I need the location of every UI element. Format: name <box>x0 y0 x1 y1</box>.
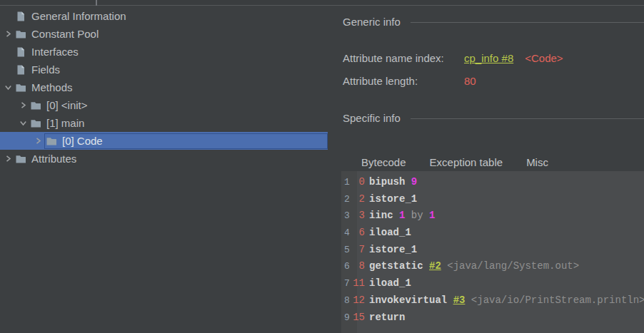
opcode: bipush <box>369 176 405 188</box>
chevron-spacer <box>2 7 14 25</box>
instruction: iinc 1 by 1 <box>369 208 435 225</box>
specific-info-header: Specific info <box>343 112 644 124</box>
tree-item-interfaces[interactable]: Interfaces <box>0 43 328 61</box>
line-number: 6 <box>344 258 352 275</box>
tree-item-1-main[interactable]: [1] main <box>0 114 328 132</box>
tree-item-cell: Interfaces <box>14 43 328 60</box>
tab-misc[interactable]: Misc <box>515 152 559 173</box>
bytecode-line: 812invokevirtual #3 <java/io/PrintStream… <box>341 292 644 309</box>
instruction: iload_1 <box>369 275 411 292</box>
folder-icon <box>30 100 41 111</box>
tree-item-label: Methods <box>31 79 73 96</box>
constant-pool-link[interactable]: #2 <box>429 260 441 272</box>
tree-item-label: [0] Code <box>62 133 103 149</box>
attribute-label: Attribute length: <box>343 75 464 87</box>
instruction: getstatic #2 <java/lang/System.out> <box>369 258 579 275</box>
chevron-expanded-icon[interactable] <box>2 78 14 96</box>
bytecode-offset: 6 <box>352 225 365 242</box>
attribute-value: 80 <box>464 75 476 87</box>
horizontal-rule <box>411 118 644 119</box>
specific-info-title: Specific info <box>343 112 401 124</box>
line-number: 3 <box>344 208 352 225</box>
chevron-expanded-icon[interactable] <box>17 114 29 132</box>
chevron-collapsed-icon[interactable] <box>2 150 14 168</box>
opcode: getstatic <box>369 260 423 272</box>
tree-item-cell: Fields <box>14 61 328 78</box>
tree-item-constant-pool[interactable]: Constant Pool <box>0 25 328 43</box>
horizontal-rule <box>411 22 644 23</box>
generic-info-header: Generic info <box>343 16 644 28</box>
folder-icon <box>46 135 57 147</box>
opcode: invokevirtual <box>369 294 447 306</box>
tree-item-cell: [0] Code <box>44 133 328 149</box>
instruction: return <box>369 309 405 327</box>
instruction: istore_1 <box>369 191 417 208</box>
folder-icon <box>15 82 26 93</box>
bytecode-line: 915return <box>341 309 644 327</box>
chevron-spacer <box>2 43 14 61</box>
tree-item-cell: Attributes <box>14 150 328 167</box>
generic-info-rows: Attribute name index:cp_info #8<Code>Att… <box>343 51 643 97</box>
line-number: 8 <box>344 292 352 309</box>
chevron-collapsed-icon[interactable] <box>2 25 14 43</box>
class-structure-tree[interactable]: General InformationConstant PoolInterfac… <box>0 7 328 168</box>
bytecode-line: 10bipush 9 <box>341 174 644 191</box>
chevron-collapsed-icon[interactable] <box>32 132 44 150</box>
line-number: 9 <box>344 309 352 327</box>
tree-item-fields[interactable]: Fields <box>0 61 328 78</box>
tree-item-0-init[interactable]: [0] <init> <box>0 96 328 114</box>
tree-item-cell: Constant Pool <box>14 26 328 42</box>
tree-item-cell: Methods <box>14 79 328 96</box>
specific-info-tabs: BytecodeException tableMisc <box>343 152 561 173</box>
bytecode-panel: 10bipush 922istore_133iinc 1 by 146iload… <box>341 171 644 333</box>
bytecode-offset: 2 <box>352 191 365 208</box>
document-icon <box>15 64 26 76</box>
bytecode-offset: 0 <box>352 174 365 191</box>
tree-item-cell: General Information <box>14 8 328 24</box>
keyword: by <box>411 210 423 221</box>
tree-item-label: [1] main <box>46 115 84 131</box>
tree-item-cell: [0] <init> <box>29 97 328 113</box>
immediate-value: 9 <box>411 176 417 188</box>
instruction: bipush 9 <box>369 174 417 191</box>
tree-item-0-code[interactable]: [0] Code <box>0 132 328 150</box>
opcode: return <box>369 312 405 323</box>
constant-pool-link[interactable]: #3 <box>453 294 466 306</box>
bytecode-offset: 8 <box>352 258 365 275</box>
instruction: iload_1 <box>369 225 411 242</box>
opcode: iinc <box>369 210 393 221</box>
chevron-spacer <box>2 61 14 78</box>
bytecode-line: 33iinc 1 by 1 <box>341 208 644 225</box>
tree-item-general-information[interactable]: General Information <box>0 7 328 25</box>
line-number: 7 <box>344 275 352 292</box>
line-number: 4 <box>344 225 352 242</box>
constant-comment: <java/io/PrintStream.println> <box>471 294 644 306</box>
generic-info-row: Attribute name index:cp_info #8<Code> <box>343 51 643 65</box>
line-number: 2 <box>344 191 352 208</box>
chevron-collapsed-icon[interactable] <box>17 96 29 114</box>
tree-item-label: [0] <init> <box>46 97 88 113</box>
bytecode-line: 22istore_1 <box>341 191 644 208</box>
opcode: istore_1 <box>369 244 417 255</box>
bytecode-offset: 12 <box>352 292 365 309</box>
tree-item-label: Fields <box>31 61 60 78</box>
bytecode-line: 46iload_1 <box>341 225 644 242</box>
tree-item-attributes[interactable]: Attributes <box>0 150 328 168</box>
tree-item-label: Constant Pool <box>31 26 99 42</box>
tree-item-methods[interactable]: Methods <box>0 78 328 96</box>
instruction: invokevirtual #3 <java/io/PrintStream.pr… <box>369 292 644 309</box>
tab-bytecode[interactable]: Bytecode <box>351 152 417 173</box>
bytecode-line: 57istore_1 <box>341 242 644 259</box>
bytecode-offset: 15 <box>352 309 365 327</box>
splitter-mark <box>96 0 97 6</box>
folder-icon <box>30 118 41 129</box>
document-icon <box>15 11 26 22</box>
constant-pool-link[interactable]: cp_info #8 <box>464 52 513 64</box>
tab-exception-table[interactable]: Exception table <box>419 152 514 173</box>
document-icon <box>15 46 26 58</box>
attribute-label: Attribute name index: <box>343 52 464 64</box>
opcode: iload_1 <box>369 227 411 238</box>
bytecode-line: 68getstatic #2 <java/lang/System.out> <box>341 258 644 275</box>
bytecode-offset: 7 <box>352 242 365 259</box>
line-number: 1 <box>344 174 352 191</box>
